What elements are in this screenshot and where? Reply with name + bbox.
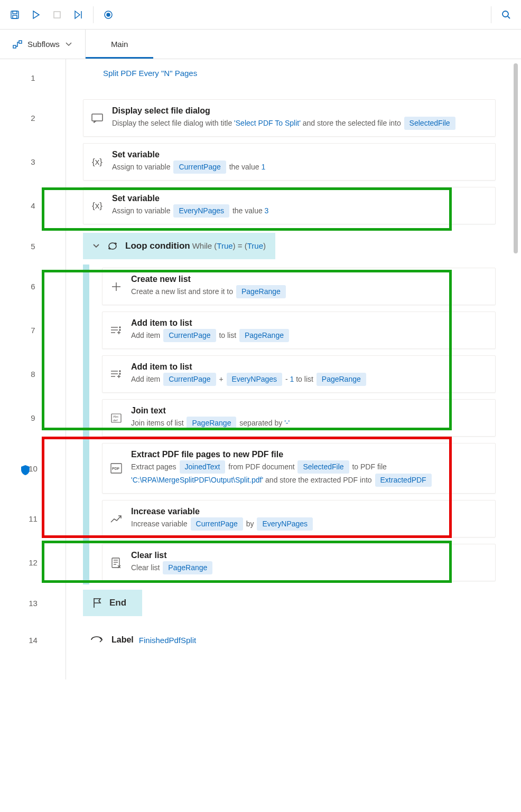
run-button[interactable] <box>25 4 46 25</box>
step-desc: Add item CurrentPage to list PageRange <box>131 329 488 342</box>
subflows-icon <box>13 40 22 49</box>
stop-button[interactable] <box>46 4 68 25</box>
chevron-down-icon <box>92 243 100 249</box>
svg-rect-2 <box>13 15 17 18</box>
variable-token: PageRange <box>239 329 289 342</box>
svg-point-9 <box>503 11 508 17</box>
collapse-toggle[interactable] <box>92 243 100 249</box>
indent-guide <box>83 352 89 396</box>
toolbar <box>0 0 521 30</box>
line-number: 12 <box>0 541 66 584</box>
step-desc: Create a new list and store it to PageRa… <box>131 285 488 298</box>
tab-main[interactable]: Main <box>86 30 154 59</box>
increase-icon <box>110 515 123 523</box>
variable-token: PageRange <box>163 561 212 574</box>
subflows-label: Subflows <box>27 40 60 49</box>
variable-token: EveryNPages <box>173 204 229 218</box>
svg-point-28 <box>119 371 120 372</box>
tab-bar: Subflows Main <box>0 30 521 59</box>
indent-guide <box>83 308 89 352</box>
loop-condition: While (True) = (True) <box>192 241 266 250</box>
svg-marker-5 <box>75 11 80 18</box>
text-icon: Abcdef <box>110 413 123 423</box>
step-title: Set variable <box>112 194 488 203</box>
flow-step-5[interactable]: 5 Loop condition While (True) = (True) <box>66 228 504 265</box>
step-icon <box>73 10 83 20</box>
variable-token: CurrentPage <box>163 373 216 386</box>
search-icon <box>501 10 511 20</box>
flow-step-10[interactable]: 10 PDF Extract PDF file pages to new PDF… <box>66 440 504 497</box>
toolbar-separator <box>93 6 94 23</box>
save-button[interactable] <box>4 4 25 25</box>
svg-rect-11 <box>13 45 16 48</box>
step-desc: Extract pages JoinedText from PDF docume… <box>131 460 488 487</box>
comment-text: Split PDF Every "N" Pages <box>103 59 197 96</box>
step-desc: Assign to variable CurrentPage the value… <box>112 160 488 174</box>
flow-step-9[interactable]: 9 Abcdef Join text Join items of list Pa… <box>66 396 504 440</box>
save-icon <box>10 10 20 20</box>
recorder-button[interactable] <box>98 4 119 25</box>
plus-icon <box>110 281 123 292</box>
flow-step-6[interactable]: 6 Create new list Create a new list and … <box>66 265 504 308</box>
variable-token: EveryNPages <box>227 373 283 386</box>
line-number: 5 <box>0 228 66 265</box>
stop-icon <box>53 11 61 19</box>
svg-text:PDF: PDF <box>112 467 120 470</box>
line-number: 3 <box>0 140 66 184</box>
variable-token: ExtractedPDF <box>375 474 432 487</box>
play-icon <box>32 10 40 20</box>
subflows-dropdown[interactable]: Subflows <box>0 30 86 59</box>
indent-guide <box>83 396 89 440</box>
svg-rect-12 <box>19 41 22 43</box>
svg-marker-3 <box>33 11 39 18</box>
variable-token: PageRange <box>187 417 236 430</box>
step-title: Clear list <box>131 551 488 560</box>
line-number: 10 <box>0 440 66 497</box>
step-title: Join text <box>131 406 488 416</box>
flow-step-3[interactable]: 3 {x} Set variable Assign to variable Cu… <box>66 140 504 184</box>
svg-text:Abc: Abc <box>113 415 118 418</box>
flow-step-13[interactable]: 13 End <box>66 584 504 621</box>
svg-line-10 <box>508 16 510 18</box>
step-title: Add item to list <box>131 362 488 372</box>
indent-guide <box>83 265 89 308</box>
step-title: Loop condition <box>125 241 190 251</box>
chevron-down-icon <box>65 42 72 47</box>
variable-token: EveryNPages <box>257 517 313 531</box>
svg-point-8 <box>107 13 110 16</box>
svg-rect-4 <box>54 12 60 18</box>
dialog-icon <box>91 114 104 123</box>
search-button[interactable] <box>496 4 517 25</box>
step-title: Display select file dialog <box>112 106 488 116</box>
flow-step-1[interactable]: 1 Split PDF Every "N" Pages <box>66 59 504 96</box>
step-title: End <box>109 598 126 608</box>
step-desc: Add item CurrentPage + EveryNPages - 1 t… <box>131 373 488 386</box>
line-number: 8 <box>0 352 66 396</box>
step-title: Set variable <box>112 150 488 159</box>
variable-token: JoinedText <box>180 460 226 474</box>
clear-list-icon <box>110 558 123 568</box>
add-item-icon <box>110 370 123 379</box>
line-number: 13 <box>0 584 66 621</box>
flow-step-4[interactable]: 4 {x} Set variable Assign to variable Ev… <box>66 184 504 228</box>
variable-icon: {x} <box>91 157 104 167</box>
flow-step-2[interactable]: 2 Display select file dialog Display the… <box>66 96 504 140</box>
flow-step-14[interactable]: 14 Label FinishedPdfSplit <box>66 621 504 658</box>
step-desc: Assign to variable EveryNPages the value… <box>112 204 488 218</box>
loop-icon <box>107 241 118 251</box>
variable-icon: {x} <box>91 201 104 211</box>
step-title: Label <box>111 635 134 645</box>
scrollbar[interactable] <box>514 63 518 253</box>
line-number: 4 <box>0 184 66 228</box>
label-name: FinishedPdfSplit <box>139 636 196 645</box>
toolbar-separator <box>491 6 491 23</box>
flow-step-8[interactable]: 8 Add item to list Add item CurrentPage … <box>66 352 504 396</box>
step-title: Create new list <box>131 275 488 284</box>
flow-step-12[interactable]: 12 Clear list Clear list PageRange <box>66 541 504 584</box>
indent-guide <box>83 541 89 584</box>
flow-step-11[interactable]: 11 Increase variable Increase variable C… <box>66 497 504 541</box>
flow-step-7[interactable]: 7 Add item to list Add item CurrentPage … <box>66 308 504 352</box>
record-icon <box>104 10 113 20</box>
svg-rect-1 <box>13 11 17 14</box>
run-next-button[interactable] <box>68 4 89 25</box>
